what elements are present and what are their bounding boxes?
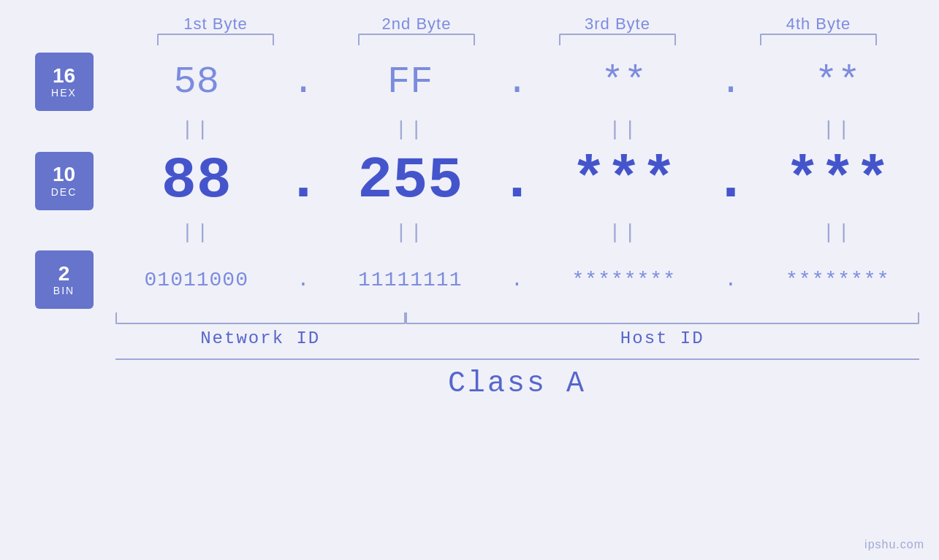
dec-b1: 88 [104,147,289,214]
badge-bin: 2 BIN [35,250,94,309]
badge-hex-label: HEX [51,87,77,99]
eq2-c4: || [745,214,930,250]
dec-dot3: . [716,147,745,214]
bracket-1 [157,34,274,45]
bracket-cell-4 [718,34,919,45]
hex-b4: ** [745,61,930,104]
eq2-c1: || [104,214,289,250]
bracket-3 [559,34,676,45]
bracket-cell-3 [517,34,718,45]
eq-row-1: || || || || [24,111,930,147]
bottom-labels: Network ID Host ID [115,329,919,348]
eq-row-2: || || || || [24,214,930,250]
bin-data-row: 01011000 . 11111111 . ******** . *******… [104,250,930,309]
byte3-label: 3rd Byte [517,15,718,34]
hex-b3: ** [532,61,717,104]
bracket-cell-2 [316,34,517,45]
bin-b4: ******** [745,269,930,291]
hex-data-row: 58 . FF . ** . ** [104,53,930,111]
bin-b3: ******** [532,269,717,291]
badge-dec: 10 DEC [35,152,94,210]
dec-b3: *** [532,147,717,214]
byte1-label: 1st Byte [115,15,316,34]
byte4-label: 4th Byte [718,15,919,34]
bracket-2 [358,34,475,45]
bottom-brackets [115,312,919,324]
badge-bin-num: 2 [58,263,70,285]
badge-bin-label: BIN [53,285,75,296]
bin-full-row: 2 BIN 01011000 . 11111111 . ******** . *… [24,250,930,309]
label-host-id: Host ID [406,329,919,348]
label-network-id: Network ID [115,329,406,348]
class-label: Class A [115,367,919,400]
badge-dec-wrap: 10 DEC [24,147,104,214]
dec-b2: 255 [318,147,503,214]
dec-full-row: 10 DEC 88 . 255 . *** . *** [24,147,930,214]
hex-full-row: 16 HEX 58 . FF . ** . ** [24,53,930,111]
eq1-c3: || [532,111,717,147]
bin-dot3: . [716,269,745,291]
eq-badge-spacer-2 [24,214,104,250]
bracket-row-top [115,34,919,45]
badge-hex-num: 16 [53,65,75,88]
hex-dot2: . [503,61,532,104]
eq-data-row-1: || || || || [104,111,930,147]
watermark: ipshu.com [864,538,924,551]
eq-badge-spacer-1 [24,111,104,147]
hex-b2: FF [318,61,503,104]
hex-dot3: . [716,61,745,104]
eq2-c3: || [532,214,717,250]
eq1-c2: || [318,111,503,147]
dec-dot1: . [289,147,318,214]
dec-dot2: . [503,147,532,214]
byte2-label: 2nd Byte [316,15,517,34]
bracket-hostid [406,312,919,324]
dec-data-row: 88 . 255 . *** . *** [104,147,930,214]
bin-b2: 11111111 [318,269,503,291]
eq2-c2: || [318,214,503,250]
bracket-cell-1 [115,34,316,45]
eq1-c4: || [745,111,930,147]
bin-dot1: . [289,269,318,291]
bin-dot2: . [503,269,532,291]
bin-b1: 01011000 [104,269,289,291]
byte-labels-row: 1st Byte 2nd Byte 3rd Byte 4th Byte [115,15,919,34]
badge-dec-label: DEC [51,186,77,198]
badge-hex: 16 HEX [35,53,94,111]
eq-data-row-2: || || || || [104,214,930,250]
badge-bin-wrap: 2 BIN [24,250,104,309]
class-line [115,358,919,360]
bracket-4 [760,34,877,45]
badge-hex-wrap: 16 HEX [24,53,104,111]
bottom-section: Network ID Host ID [115,312,919,348]
main-container: 1st Byte 2nd Byte 3rd Byte 4th Byte 16 H… [0,0,939,560]
badge-dec-num: 10 [53,164,75,186]
hex-dot1: . [289,61,318,104]
dec-b4: *** [745,147,930,214]
hex-b1: 58 [104,61,289,104]
class-row: Class A [115,358,919,400]
eq1-c1: || [104,111,289,147]
bracket-netid [115,312,406,324]
